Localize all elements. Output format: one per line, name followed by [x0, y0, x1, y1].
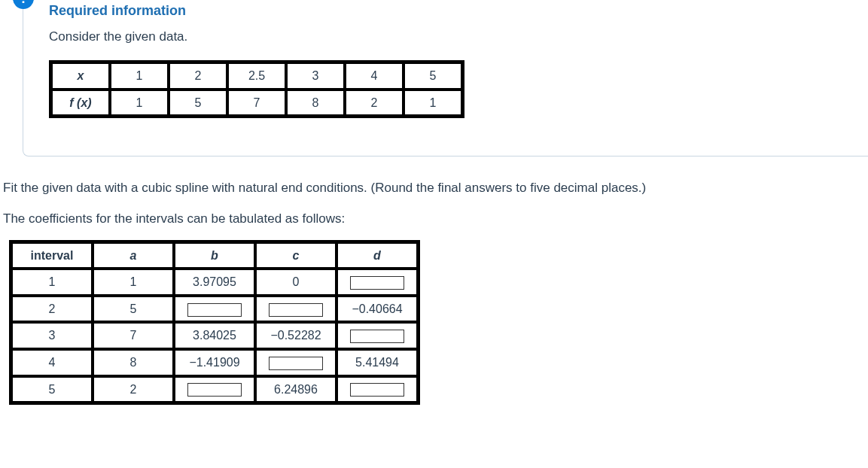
data-cell: 1 — [111, 63, 168, 89]
answer-input[interactable] — [350, 383, 404, 397]
data-cell: 2.5 — [228, 63, 285, 89]
interval-cell: 3 — [12, 323, 92, 348]
interval-cell: 1 — [12, 269, 92, 295]
table-row: 3 7 3.84025 −0.52282 — [12, 323, 417, 348]
col-header-d: d — [337, 243, 417, 269]
given-data-table: x 1 2 2.5 3 4 5 f (x) 1 5 7 8 2 1 — [49, 60, 464, 118]
col-header-c: c — [256, 243, 336, 269]
table-header-row: interval a b c d — [12, 243, 417, 269]
table-row: 2 5 −0.40664 — [12, 296, 417, 322]
answer-input[interactable] — [350, 276, 404, 290]
b-cell: −1.41909 — [175, 350, 254, 375]
answer-input[interactable] — [187, 303, 242, 317]
required-info-heading: Required information — [49, 0, 853, 22]
answer-input[interactable] — [269, 303, 323, 317]
required-info-box: ! Required information Consider the give… — [23, 0, 868, 157]
c-cell: 0 — [256, 269, 336, 295]
d-cell — [337, 269, 417, 295]
col-header-interval: interval — [12, 243, 92, 269]
table-row: 4 8 −1.41909 5.41494 — [12, 350, 417, 375]
a-cell: 8 — [93, 350, 173, 375]
answer-input[interactable] — [269, 357, 323, 370]
data-cell: 7 — [228, 90, 285, 116]
b-cell — [175, 296, 254, 322]
data-cell: 1 — [111, 90, 168, 116]
d-cell — [337, 377, 417, 403]
b-cell — [175, 377, 254, 403]
row-label-x: x — [52, 63, 109, 89]
info-badge-icon: ! — [13, 0, 34, 9]
interval-cell: 5 — [12, 377, 92, 403]
a-cell: 2 — [93, 377, 173, 403]
a-cell: 5 — [93, 296, 173, 322]
a-cell: 1 — [93, 269, 173, 295]
prompt-text: Consider the given data. — [49, 26, 853, 47]
answer-input[interactable] — [350, 330, 404, 343]
d-cell — [337, 323, 417, 348]
coefficients-table: interval a b c d 1 1 3.97095 0 2 5 −0.40… — [9, 240, 420, 406]
data-cell: 2 — [346, 90, 403, 116]
interval-cell: 4 — [12, 350, 92, 375]
data-cell: 3 — [287, 63, 344, 89]
data-cell: 4 — [346, 63, 403, 89]
c-cell — [256, 350, 336, 375]
col-header-a: a — [93, 243, 173, 269]
d-cell: 5.41494 — [337, 350, 417, 375]
col-header-b: b — [175, 243, 254, 269]
b-cell: 3.97095 — [175, 269, 254, 295]
table-row: x 1 2 2.5 3 4 5 — [52, 63, 461, 89]
c-cell: −0.52282 — [256, 323, 336, 348]
data-cell: 1 — [404, 90, 461, 116]
table-row: 1 1 3.97095 0 — [12, 269, 417, 295]
c-cell: 6.24896 — [256, 377, 336, 403]
data-cell: 8 — [287, 90, 344, 116]
answer-input[interactable] — [187, 383, 242, 397]
c-cell — [256, 296, 336, 322]
data-cell: 2 — [169, 63, 227, 89]
data-cell: 5 — [404, 63, 461, 89]
d-cell: −0.40664 — [337, 296, 417, 322]
question-text-1: Fit the given data with a cubic spline w… — [3, 178, 868, 198]
table-row: f (x) 1 5 7 8 2 1 — [52, 90, 461, 116]
interval-cell: 2 — [12, 296, 92, 322]
a-cell: 7 — [93, 323, 173, 348]
data-cell: 5 — [169, 90, 227, 116]
question-text-2: The coefficients for the intervals can b… — [3, 208, 868, 229]
b-cell: 3.84025 — [175, 323, 254, 348]
table-row: 5 2 6.24896 — [12, 377, 417, 403]
row-label-fx: f (x) — [52, 90, 109, 116]
